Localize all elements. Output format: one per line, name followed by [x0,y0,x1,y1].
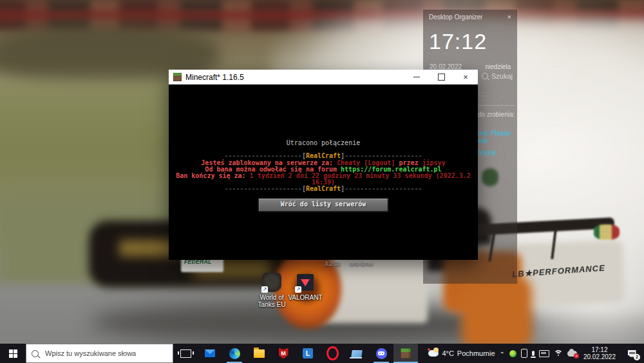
widget-link-line2: wal [478,137,488,144]
task-view-button[interactable] [173,344,198,363]
maximize-button[interactable] [429,70,453,84]
opera-icon [327,346,339,360]
widget-clock: 17:12 [423,21,517,53]
minecraft-window: Minecraft* 1.16.5 × Utracono połączenie … [169,70,478,260]
minimize-icon [413,77,420,77]
edge-browser-icon [229,348,240,359]
wot-label-line2: Tanks EU [258,301,286,308]
desktop-icon-label-fragment[interactable]: 3.2.0b [325,260,341,267]
start-button[interactable] [0,344,26,363]
search-icon [32,350,39,357]
l-app-icon: L [303,348,313,358]
desktop-icon-label: VALORANT [287,294,323,301]
search-input[interactable] [44,349,167,358]
separator-dashes: -------------------- [345,185,422,192]
minimize-button[interactable] [404,70,429,84]
widget-link-fragment[interactable]: red. Pleasewal [478,130,511,145]
close-button[interactable]: × [453,70,478,84]
search-icon [482,73,488,79]
chevron-double-right-icon[interactable]: » [500,92,504,101]
taskbar-item-edge[interactable] [222,344,247,363]
taskbar-clock[interactable]: 17:12 20.02.2022 [582,346,618,360]
widget-divider [478,105,515,106]
taskbar-item-minecraft[interactable] [393,344,418,363]
windows-logo-icon [9,349,17,358]
widget-search-label: Szukaj [491,72,513,80]
separator-dashes: -------------------- [224,185,301,192]
maximize-icon [438,74,445,81]
your-phone-tray-icon[interactable] [521,349,527,358]
desktop-icon-label: World ofTanks EU [254,294,290,308]
valorant-v-glyph [301,279,310,286]
discord-icon [376,348,387,359]
car-rear-fender-lower [461,277,532,348]
separator-line-top: --------------------[RealCraft]---------… [169,153,478,159]
back-to-server-list-button[interactable]: Wróć do listy serwerów [258,197,390,213]
disconnect-heading: Utracono połączenie [169,140,478,146]
widget-todo-text: do zrobienia: [478,111,515,118]
desktop-icon-valorant[interactable]: ↗ VALORANT [287,273,323,301]
antivirus-tray-icon[interactable] [509,350,516,357]
taskbar-item-l-app[interactable]: L [296,344,320,363]
separator-line-bottom: --------------------[RealCraft]---------… [169,186,478,192]
taskbar-item-explorer[interactable] [247,344,271,363]
notification-count-badge: 2 [634,354,640,360]
separator-dashes: -------------------- [345,152,422,159]
edit-note-icon[interactable] [480,92,488,101]
duration-label: Ban kończy się za: [176,172,249,179]
taskbar-item-opera[interactable] [320,344,345,363]
laptop-icon [351,350,363,357]
weather-temperature: 4°C [442,349,453,357]
minecraft-titlebar[interactable]: Minecraft* 1.16.5 × [169,70,478,84]
widget-search[interactable]: Szukaj [482,72,513,80]
wifi-tray-icon[interactable] [554,350,563,357]
minecraft-grass-block-icon [173,73,182,81]
valorant-icon: ↗ [296,273,315,292]
show-hidden-icons-button[interactable]: ⌃ [500,351,505,358]
widget-link-fragment-2[interactable]: ncyjny [478,149,496,156]
onedrive-tray-icon[interactable]: × [567,351,577,357]
weather-widget[interactable]: 4°C Pochmurnie [428,349,495,357]
widget-weekday: niedziela [486,63,511,70]
wot-label-line1: World of [260,294,283,301]
taskbar-item-mail[interactable] [198,344,222,363]
world-of-tanks-icon: ↗ [262,273,281,292]
weather-condition: Pochmurnie [457,349,495,357]
window-controls: × [404,70,478,84]
server-name: RealCraft [306,185,341,192]
widget-toolbar: » [480,92,504,101]
desktop-icon-world-of-tanks[interactable]: ↗ World ofTanks EU [254,273,290,308]
server-name: RealCraft [306,152,341,159]
taskbar: M L 4°C Pochmurnie ⌃ × 17:12 20.02.2022 [0,344,644,363]
keyboard-tray-icon[interactable] [539,350,549,357]
widget-date-row: 20.02.2022 niedziela [423,53,517,70]
minecraft-grass-block-icon [401,348,411,358]
system-tray: 4°C Pochmurnie ⌃ × 17:12 20.02.2022 2 [428,344,644,363]
file-explorer-icon [254,349,265,358]
onedrive-error-badge: × [574,353,579,358]
shortcut-arrow-icon: ↗ [261,286,268,293]
notification-center-button[interactable]: 2 [622,344,641,363]
microphone-tray-icon[interactable] [532,351,535,356]
separator-dashes: -------------------- [224,152,301,159]
shortcut-arrow-icon: ↗ [295,286,301,293]
widget-title: Desktop Organizer [429,14,482,21]
discord-face [378,351,384,355]
close-icon: × [463,73,468,81]
car-wing-endplate [594,224,620,240]
desktop-icon-label-fragment-2[interactable]: onti-bmw [350,260,374,267]
clock-time: 17:12 [583,346,616,353]
minecraft-disconnect-screen: Utracono połączenie --------------------… [169,84,478,260]
clock-date: 20.02.2022 [583,353,616,360]
taskbar-item-discord[interactable] [369,344,393,363]
task-view-icon [180,349,191,358]
taskbar-item-connect[interactable] [345,344,369,363]
window-title: Minecraft* 1.16.5 [185,73,404,82]
mail-icon [205,349,215,357]
widget-link-line1: red. Please [478,130,511,137]
taskbar-search-box[interactable] [26,344,173,363]
mcafee-shield-icon: M [279,348,289,359]
widget-close-icon[interactable]: × [507,13,511,21]
duration-value: 1 tydzień 2 dni 22 godziny 23 minuty 33 … [250,172,471,179]
taskbar-item-mcafee[interactable]: M [271,344,296,363]
